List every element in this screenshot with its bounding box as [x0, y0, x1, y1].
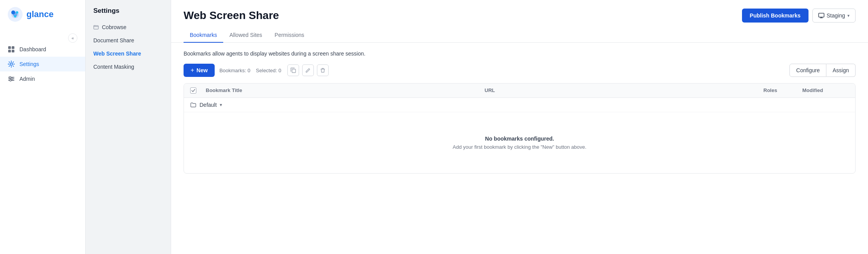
tab-bookmarks[interactable]: Bookmarks	[184, 28, 223, 43]
monitor-icon	[818, 12, 824, 19]
sidebar-item-admin[interactable]: Admin	[0, 71, 85, 86]
settings-sidebar-title: Settings	[86, 0, 171, 19]
svg-rect-18	[819, 13, 824, 17]
grid-icon	[8, 46, 15, 53]
svg-point-16	[10, 80, 11, 81]
default-folder-label: Default	[200, 102, 217, 108]
copy-bookmark-button[interactable]	[287, 64, 299, 76]
svg-rect-19	[292, 69, 296, 73]
empty-state: No bookmarks configured. Add your first …	[184, 112, 855, 173]
trash-icon	[320, 68, 326, 73]
sidebar-item-settings[interactable]: Settings	[0, 57, 85, 71]
settings-nav-document-share[interactable]: Document Share	[86, 34, 171, 47]
settings-nav-content-masking[interactable]: Content Masking	[86, 60, 171, 73]
configure-assign-group: Configure Assign	[789, 64, 856, 77]
plus-icon: +	[191, 67, 194, 74]
new-bookmark-button[interactable]: + New	[184, 64, 215, 77]
page-title: Web Screen Share	[184, 9, 279, 22]
environment-dropdown[interactable]: Staging ▾	[812, 9, 856, 23]
edit-icon	[305, 68, 311, 73]
column-header-url: URL	[485, 87, 763, 94]
app-logo-text: glance	[26, 9, 54, 19]
sliders-icon	[8, 75, 15, 82]
cobrowse-folder-icon	[93, 24, 99, 30]
svg-point-15	[11, 78, 13, 80]
svg-point-10	[10, 63, 12, 65]
header-actions: Publish Bookmarks Staging ▾	[742, 9, 856, 23]
empty-state-title: No bookmarks configured.	[192, 136, 847, 142]
edit-bookmark-button[interactable]	[302, 64, 314, 76]
folder-chevron-icon[interactable]: ▾	[220, 102, 222, 108]
settings-icon	[8, 61, 15, 68]
toolbar: + New Bookmarks: 0 Selected: 0	[184, 64, 856, 77]
svg-rect-6	[8, 46, 11, 49]
sidebar-item-admin-label: Admin	[19, 76, 35, 82]
env-chevron-icon: ▾	[847, 13, 850, 18]
sidebar-item-dashboard[interactable]: Dashboard	[0, 42, 85, 57]
page-description: Bookmarks allow agents to display websit…	[184, 50, 856, 57]
folder-icon	[190, 102, 196, 108]
main-navigation: Dashboard Settings	[0, 38, 85, 90]
svg-rect-17	[94, 26, 98, 29]
env-label: Staging	[827, 12, 845, 19]
assign-button[interactable]: Assign	[826, 64, 856, 77]
left-sidebar: glance « Dashboard	[0, 0, 86, 254]
delete-bookmark-button[interactable]	[317, 64, 329, 76]
settings-sidebar: Settings Cobrowse Document Share Web Scr…	[86, 0, 171, 254]
copy-icon	[290, 68, 296, 73]
settings-nav-cobrowse[interactable]: Cobrowse	[86, 21, 171, 34]
svg-rect-7	[12, 46, 14, 49]
sidebar-item-dashboard-label: Dashboard	[19, 46, 46, 52]
column-header-title: Bookmark Title	[206, 87, 485, 94]
page-header: Web Screen Share Publish Bookmarks Stagi…	[171, 0, 868, 23]
settings-nav-cobrowse-label: Cobrowse	[102, 24, 126, 30]
main-content: Web Screen Share Publish Bookmarks Stagi…	[171, 0, 868, 254]
publish-bookmarks-button[interactable]: Publish Bookmarks	[742, 9, 808, 23]
settings-nav-content-masking-label: Content Masking	[93, 64, 134, 70]
svg-point-3	[11, 10, 15, 14]
tab-bar: Bookmarks Allowed Sites Permissions	[171, 28, 868, 43]
logo-area: glance	[0, 0, 85, 29]
empty-state-description: Add your first bookmark by clicking the …	[192, 144, 847, 150]
settings-nav-web-screen-share[interactable]: Web Screen Share	[86, 47, 171, 60]
svg-point-14	[9, 77, 11, 78]
settings-nav-document-share-label: Document Share	[93, 37, 134, 43]
svg-point-4	[16, 11, 18, 14]
content-area: Bookmarks allow agents to display websit…	[171, 43, 868, 254]
settings-navigation: Cobrowse Document Share Web Screen Share…	[86, 19, 171, 75]
bookmarks-table: Bookmark Title URL Roles Modified Defaul…	[184, 83, 856, 174]
tab-permissions[interactable]: Permissions	[268, 28, 310, 43]
bookmarks-count-info: Bookmarks: 0 Selected: 0	[219, 68, 281, 73]
toolbar-icon-group	[287, 64, 329, 76]
column-header-modified: Modified	[802, 87, 849, 94]
svg-point-5	[14, 15, 16, 17]
settings-nav-web-screen-share-label: Web Screen Share	[93, 50, 141, 57]
default-folder-row[interactable]: Default ▾	[184, 98, 855, 112]
checkbox-check-icon	[191, 89, 195, 92]
column-header-roles: Roles	[763, 87, 802, 94]
table-select-all-checkbox[interactable]	[190, 87, 206, 94]
svg-rect-8	[8, 50, 11, 52]
sidebar-item-settings-label: Settings	[19, 61, 39, 67]
tab-allowed-sites[interactable]: Allowed Sites	[223, 28, 268, 43]
svg-rect-9	[12, 50, 14, 52]
sidebar-collapse-button[interactable]: «	[68, 33, 77, 43]
glance-logo-icon	[8, 7, 23, 22]
configure-button[interactable]: Configure	[789, 64, 826, 77]
table-header-row: Bookmark Title URL Roles Modified	[184, 84, 855, 98]
